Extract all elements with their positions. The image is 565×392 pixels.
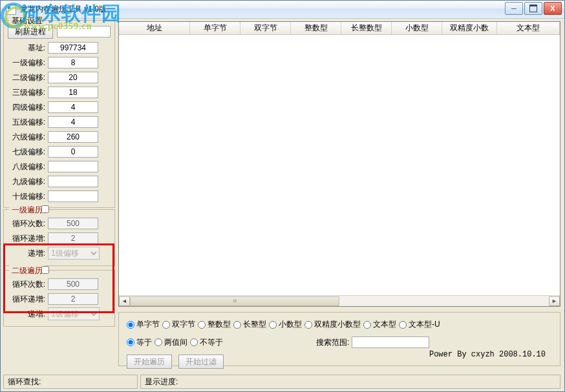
radio-type-2[interactable]: 整数型 — [198, 319, 231, 330]
scroll-left-arrow[interactable]: ◄ — [119, 296, 130, 306]
col-word[interactable]: 双字节 — [240, 22, 291, 34]
radio-op-2[interactable]: 不等于 — [190, 337, 223, 348]
loop1-inc-label: 循环递增: — [8, 233, 48, 244]
input-o4[interactable] — [48, 101, 98, 113]
input-base[interactable] — [48, 42, 98, 54]
process-field[interactable] — [57, 26, 111, 37]
loop1-select[interactable]: 1级偏移 — [48, 247, 100, 260]
filter-panel: 单字节 双字节 整数型 长整型 小数型 双精度小数型 文本型 文本型-U 等于 … — [118, 312, 560, 366]
input-o1[interactable] — [48, 57, 98, 68]
label-o3: 三级偏移: — [8, 87, 48, 98]
radio-type-1[interactable]: 双字节 — [162, 319, 195, 330]
start-filter-button[interactable]: 开始过滤 — [178, 355, 224, 369]
radio-type-7[interactable]: 文本型-U — [399, 319, 440, 330]
loop2-inc-label: 循环递增: — [8, 294, 48, 305]
radio-op-0[interactable]: 等于 — [127, 337, 152, 348]
base-legend: 基础设置 — [9, 15, 45, 26]
status-left: 循环查找: — [3, 375, 138, 389]
loop1-count-input[interactable] — [48, 218, 98, 229]
col-long[interactable]: 长整数型 — [341, 22, 392, 34]
refresh-process-button[interactable]: 刷新进程 — [8, 25, 53, 39]
loop2-legend: 二级遍历 — [9, 265, 45, 276]
loop2-inc-input[interactable] — [48, 293, 98, 305]
loop2-select[interactable]: 1级偏移 — [48, 307, 100, 320]
close-button[interactable]: X — [544, 2, 562, 15]
label-o5: 五级偏移: — [8, 117, 48, 128]
input-o7[interactable] — [48, 146, 98, 158]
scroll-right-arrow[interactable]: ► — [549, 296, 560, 306]
label-o2: 二级偏移: — [8, 72, 48, 83]
radio-op-1[interactable]: 两值间 — [155, 337, 187, 348]
range-label: 搜索范围: — [316, 337, 349, 348]
label-o10: 十级偏移: — [8, 191, 48, 202]
loop2-count-input[interactable] — [48, 278, 98, 290]
input-o8[interactable] — [48, 161, 98, 172]
radio-type-4[interactable]: 小数型 — [269, 319, 302, 330]
statusbar: 循环查找: 显示进度: — [3, 375, 560, 389]
label-o4: 四级偏移: — [8, 102, 48, 113]
col-byte[interactable]: 单字节 — [190, 22, 240, 34]
window-title: 龙龙内存遍历工具 v1.0版 — [20, 4, 107, 15]
loop2-enable-checkbox[interactable] — [41, 266, 49, 274]
credit-text: Power By cxyzh 2008.10.10 — [429, 350, 546, 359]
col-text[interactable]: 文本型 — [497, 22, 560, 34]
start-traverse-button[interactable]: 开始遍历 — [127, 355, 172, 369]
op-radio-row: 等于 两值间 不等于 搜索范围: — [127, 336, 552, 348]
loop1-count-label: 循环次数: — [8, 218, 48, 229]
maximize-button[interactable] — [524, 2, 542, 15]
loop2-count-label: 循环次数: — [8, 279, 48, 290]
scroll-track[interactable] — [130, 296, 549, 306]
col-float[interactable]: 小数型 — [392, 22, 442, 34]
result-grid[interactable]: 地址 单字节 双字节 整数型 长整数型 小数型 双精度小数 文本型 ◄ ► — [118, 21, 560, 307]
radio-type-6[interactable]: 文本型 — [363, 319, 396, 330]
horizontal-scrollbar[interactable]: ◄ ► — [119, 295, 560, 306]
label-o7: 七级偏移: — [8, 147, 48, 158]
radio-type-0[interactable]: 单字节 — [127, 319, 160, 330]
loop1-inc-input[interactable] — [48, 232, 98, 244]
input-o9[interactable] — [48, 176, 98, 187]
col-address[interactable]: 地址 — [119, 22, 190, 34]
base-settings-group: 基础设置 刷新进程 基址: 一级偏移: 二级偏移: 三级偏移: 四级偏移: 五级… — [3, 20, 115, 208]
loop2-group: 二级遍历 循环次数: 循环递增: 递增:1级偏移 — [3, 270, 115, 327]
range-input[interactable] — [352, 336, 429, 348]
radio-type-5[interactable]: 双精度小数型 — [304, 319, 361, 330]
app-icon — [6, 5, 16, 15]
scroll-thumb[interactable] — [130, 296, 339, 306]
col-int[interactable]: 整数型 — [291, 22, 341, 34]
titlebar: 龙龙内存遍历工具 v1.0版 ─ X — [1, 1, 564, 19]
input-o3[interactable] — [48, 87, 98, 98]
col-double[interactable]: 双精度小数 — [442, 22, 497, 34]
label-base: 基址: — [8, 43, 48, 54]
input-o10[interactable] — [48, 191, 98, 202]
loop2-sel-label: 递增: — [8, 309, 48, 320]
label-o1: 一级偏移: — [8, 57, 48, 68]
loop1-sel-label: 递增: — [8, 248, 48, 259]
grid-body[interactable] — [119, 35, 560, 294]
input-o5[interactable] — [48, 116, 98, 128]
minimize-button[interactable]: ─ — [505, 2, 523, 15]
input-o6[interactable] — [48, 131, 98, 143]
loop1-enable-checkbox[interactable] — [41, 205, 49, 213]
label-o8: 八级偏移: — [8, 161, 48, 172]
type-radio-row: 单字节 双字节 整数型 长整型 小数型 双精度小数型 文本型 文本型-U — [127, 319, 552, 330]
label-o6: 六级偏移: — [8, 132, 48, 143]
loop1-legend: 一级遍历 — [9, 205, 45, 216]
label-o9: 九级偏移: — [8, 176, 48, 187]
radio-type-3[interactable]: 长整型 — [233, 319, 266, 330]
status-right: 显示进度: — [140, 375, 560, 389]
grid-header: 地址 单字节 双字节 整数型 长整数型 小数型 双精度小数 文本型 — [119, 22, 560, 35]
input-o2[interactable] — [48, 72, 98, 83]
loop1-group: 一级遍历 循环次数: 循环递增: 递增:1级偏移 — [3, 209, 115, 266]
